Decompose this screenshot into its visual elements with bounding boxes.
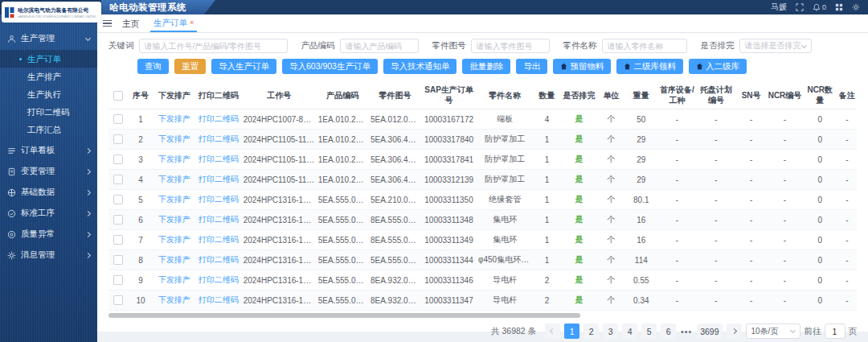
print-qrcode-link[interactable]: 打印二维码 [199, 235, 239, 244]
print-qrcode-link[interactable]: 打印二维码 [199, 215, 239, 224]
filter-field: 产品编码 [301, 39, 419, 53]
page-button[interactable]: 6 [661, 323, 676, 339]
sidebar-group[interactable]: 订单看板 [0, 141, 97, 160]
row-checkbox[interactable] [113, 134, 123, 144]
send-to-production-link[interactable]: 下发排产 [158, 295, 190, 304]
goto-page-input[interactable] [825, 323, 845, 339]
cell-unit: 个 [598, 230, 625, 250]
cell-no: 9 [128, 270, 154, 290]
cell-sap-order-no: 10003317840 [421, 130, 477, 150]
row-checkbox[interactable] [113, 195, 123, 204]
toolbar-button[interactable]: 二级库领料 [616, 59, 683, 74]
toolbar-button[interactable]: 导入生产订单 [211, 59, 276, 74]
sidebar-group[interactable]: 基础数据 [0, 183, 97, 202]
row-checkbox[interactable] [113, 175, 123, 184]
filter-input[interactable] [471, 39, 550, 53]
cell-pallet-plan-no: - [697, 250, 735, 270]
row-checkbox[interactable] [113, 275, 123, 285]
toolbar-button[interactable]: 导入技术通知单 [383, 59, 457, 74]
send-to-production-link[interactable]: 下发排产 [158, 114, 190, 123]
print-qrcode-link[interactable]: 打印二维码 [199, 114, 239, 123]
cell-unit: 个 [598, 190, 625, 210]
cell-first-device: - [657, 109, 696, 130]
page-button-last[interactable]: 3699 [697, 323, 722, 339]
sidebar-group[interactable]: 质量异常 [0, 225, 97, 244]
print-qrcode-link[interactable]: 打印二维码 [199, 155, 239, 163]
cell-part-name: 集电环 [477, 210, 534, 230]
row-checkbox[interactable] [113, 215, 123, 225]
send-to-production-link[interactable]: 下发排产 [158, 235, 190, 244]
toolbar-button[interactable]: 批量删除 [462, 59, 510, 74]
print-qrcode-link[interactable]: 打印二维码 [199, 175, 239, 183]
scrollbar-thumb[interactable] [108, 313, 580, 318]
print-qrcode-link[interactable]: 打印二维码 [199, 134, 239, 143]
toolbar-button[interactable]: 入二级库 [689, 59, 747, 74]
print-qrcode-link[interactable]: 打印二维码 [199, 255, 239, 264]
row-checkbox[interactable] [113, 114, 123, 124]
cell-no: 5 [128, 190, 154, 210]
chevron-right-icon [85, 168, 91, 174]
cell-sap-order-no: 10003167172 [421, 109, 477, 130]
cell-work-no: 2024HPC1316-1833-2 [242, 230, 317, 250]
row-checkbox[interactable] [113, 295, 123, 305]
send-to-production-link[interactable]: 下发排产 [158, 175, 190, 183]
send-to-production-link[interactable]: 下发排产 [158, 275, 190, 284]
sidebar-item-active[interactable]: 生产订单 [0, 50, 97, 68]
tab-active[interactable]: 生产订单× [150, 14, 197, 32]
page-button[interactable]: 3 [603, 323, 618, 339]
prev-page-button[interactable] [545, 323, 560, 339]
next-page-button[interactable] [727, 323, 742, 339]
print-qrcode-link[interactable]: 打印二维码 [199, 195, 239, 204]
send-to-production-link[interactable]: 下发排产 [158, 215, 190, 224]
toolbar-button[interactable]: 导入603/903生产订单 [282, 59, 378, 74]
fullscreen-icon[interactable] [796, 3, 804, 11]
toolbar-button[interactable]: 预留物料 [553, 59, 611, 74]
toolbar-button[interactable]: 重置 [174, 59, 206, 74]
page-ellipsis[interactable]: ••• [680, 327, 693, 336]
print-qrcode-link[interactable]: 打印二维码 [199, 295, 239, 304]
settings-gear-icon[interactable] [852, 3, 860, 11]
filter-input[interactable] [340, 39, 419, 53]
row-checkbox[interactable] [113, 255, 123, 265]
sidebar-item-sub[interactable]: 工序汇总 [0, 121, 97, 138]
page-size-select[interactable]: 10条/页 [746, 323, 800, 339]
sidebar-group[interactable]: 消息管理 [0, 245, 97, 265]
sidebar-toggle-icon[interactable] [103, 20, 112, 27]
send-to-production-link[interactable]: 下发排产 [158, 134, 190, 143]
filter-select[interactable]: 请选择是否排完 [739, 39, 812, 53]
page-button[interactable]: 1 [564, 323, 579, 339]
tab-home[interactable]: 主页 [119, 14, 142, 32]
filter-input[interactable] [602, 39, 687, 53]
column-header: 零件名称 [477, 81, 534, 109]
tab-close-icon[interactable]: × [190, 14, 194, 31]
sidebar-item-sub[interactable]: 生产执行 [0, 85, 97, 103]
toolbar-button[interactable]: 导出 [516, 59, 547, 74]
cell-work-no: 2024HPC1105-1147-1 [242, 170, 317, 190]
cell-print: 打印二维码 [195, 270, 242, 290]
page-button[interactable]: 5 [641, 323, 657, 339]
filter-input[interactable] [139, 39, 288, 53]
send-to-production-link[interactable]: 下发排产 [158, 195, 190, 204]
page-button[interactable]: 2 [583, 323, 599, 339]
toolbar-button[interactable]: 查询 [137, 59, 169, 74]
select-all-checkbox[interactable] [113, 91, 123, 101]
row-checkbox[interactable] [113, 235, 123, 245]
apps-grid-icon[interactable] [835, 3, 843, 11]
sidebar-group-production-management[interactable]: 生产管理 [0, 29, 97, 48]
sidebar-item-sub[interactable]: 打印二维码 [0, 103, 97, 121]
page-button[interactable]: 4 [622, 323, 637, 339]
cell-sap-order-no: 10003311349 [421, 230, 477, 250]
send-to-production-link[interactable]: 下发排产 [158, 255, 190, 264]
sidebar-item-sub[interactable]: 生产排产 [0, 68, 97, 85]
sidebar-group[interactable]: 变更管理 [0, 162, 97, 181]
filter-field: 零件图号 [432, 39, 550, 53]
notifications-bell-icon[interactable]: 0 [813, 3, 826, 11]
cell-ncr-qty: 0 [803, 250, 837, 270]
main-area: 主页生产订单× 关键词产品编码零件图号零件名称是否排完请选择是否排完 查询重置导… [97, 14, 868, 342]
username[interactable]: 马媛 [771, 2, 787, 13]
print-qrcode-link[interactable]: 打印二维码 [199, 275, 239, 284]
send-to-production-link[interactable]: 下发排产 [158, 155, 190, 163]
row-checkbox[interactable] [113, 155, 123, 164]
cell-product-code: 5EA.555.0312 [317, 250, 369, 270]
sidebar-group[interactable]: 标准工序 [0, 204, 97, 223]
